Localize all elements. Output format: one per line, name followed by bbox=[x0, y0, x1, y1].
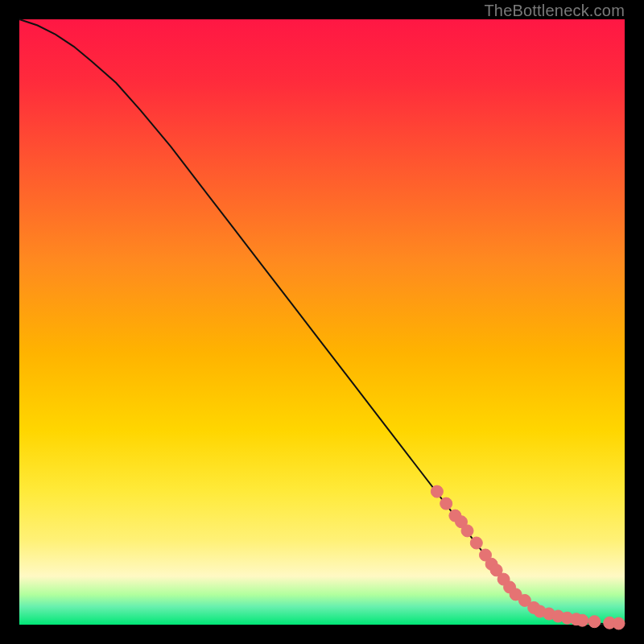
highlight-dot bbox=[440, 497, 452, 510]
highlight-dots bbox=[431, 485, 625, 630]
highlight-dot bbox=[576, 614, 588, 626]
curve-svg bbox=[19, 19, 625, 625]
highlight-dot bbox=[431, 485, 443, 497]
highlight-dot bbox=[470, 537, 482, 549]
highlight-dot bbox=[461, 525, 473, 537]
chart-frame: TheBottleneck.com bbox=[0, 0, 644, 644]
highlight-dot bbox=[613, 617, 625, 630]
attribution-text: TheBottleneck.com bbox=[484, 2, 625, 20]
plot-area bbox=[19, 19, 625, 625]
highlight-dot bbox=[588, 616, 601, 628]
bottleneck-curve bbox=[19, 19, 625, 625]
